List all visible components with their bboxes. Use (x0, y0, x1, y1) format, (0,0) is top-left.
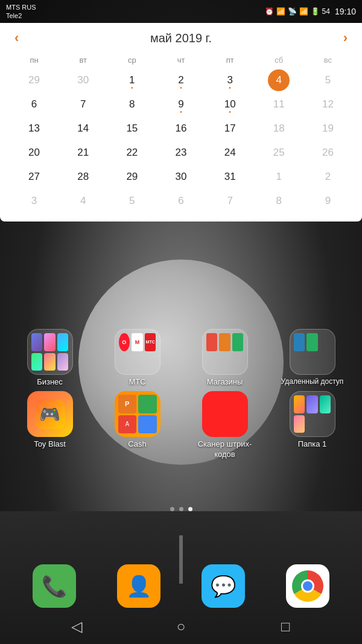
table-row[interactable]: 14 (59, 116, 107, 141)
table-row[interactable]: 12 (303, 92, 352, 116)
scanner-label: Сканер штрих-кодов (189, 439, 261, 460)
table-row[interactable]: 10 (206, 92, 255, 116)
biznes-mini-1 (31, 333, 43, 351)
table-row[interactable]: 23 (156, 141, 205, 165)
app-scanner[interactable]: Сканер штрих-кодов (189, 391, 261, 460)
table-row[interactable]: 30 (156, 165, 205, 189)
p1-mini-3 (320, 395, 331, 413)
cash-mini-1: P (118, 395, 137, 413)
table-row[interactable]: 7 (59, 92, 107, 116)
phone-icon: 📞 (42, 574, 67, 598)
mts-folder-icon: O М МТС (115, 329, 160, 375)
day-header-sat: сб (255, 53, 303, 68)
recent-button[interactable]: □ (273, 614, 297, 639)
calendar-next-button[interactable]: › (338, 29, 352, 47)
home-button[interactable]: ○ (169, 614, 193, 639)
table-row[interactable]: 18 (255, 116, 303, 141)
table-row[interactable]: 30 (59, 68, 107, 92)
table-row[interactable]: 8 (107, 92, 156, 116)
apps-row: 🎮 Toy Blast P A Cash (0, 391, 362, 460)
biznes-label: Бизнес (37, 377, 63, 386)
table-row[interactable]: 1 (107, 68, 156, 92)
day-header-fri: пт (206, 53, 255, 68)
dock-phone[interactable]: 📞 (33, 564, 76, 608)
table-row[interactable]: 20 (10, 141, 59, 165)
mts-mini-2: М (132, 333, 143, 351)
table-row[interactable]: 13 (10, 116, 59, 141)
table-row[interactable]: 22 (107, 141, 156, 165)
table-row[interactable]: 29 (10, 68, 59, 92)
mts-label: МТС (129, 377, 145, 386)
remote-folder-icon (290, 329, 335, 375)
shops-label: Магазины (207, 377, 243, 386)
signal1-icon: 📡 (288, 7, 297, 16)
table-row[interactable]: 6 (10, 92, 59, 116)
table-row[interactable]: 27 (10, 165, 59, 189)
biznes-mini-5 (44, 353, 56, 371)
shop-mini-2 (219, 333, 230, 351)
dot-2 (179, 507, 183, 511)
folder-biznes[interactable]: Бизнес (14, 329, 86, 386)
shop-mini-1 (206, 333, 218, 351)
papka1-folder-icon (290, 391, 335, 437)
dock-messages[interactable]: 💬 (202, 564, 245, 608)
table-row[interactable]: 8 (255, 189, 303, 213)
wifi-icon: 📶 (276, 7, 285, 16)
table-row[interactable]: 15 (107, 116, 156, 141)
table-row[interactable]: 7 (206, 189, 255, 213)
folder-mts[interactable]: O М МТС МТС (101, 329, 174, 386)
table-row[interactable]: 6 (156, 189, 205, 213)
folder-remote[interactable]: Удаленный доступ (276, 329, 349, 386)
table-row[interactable]: 4 (59, 189, 107, 213)
table-row[interactable]: 24 (206, 141, 255, 165)
table-row[interactable]: 29 (107, 165, 156, 189)
table-row[interactable]: 26 (303, 141, 352, 165)
calendar-prev-button[interactable]: ‹ (10, 29, 24, 47)
cash-icon: P A (115, 391, 160, 437)
calendar-header: ‹ май 2019 г. › (10, 29, 352, 47)
remote-label: Удаленный доступ (281, 377, 344, 386)
chrome-inner-circle (301, 579, 314, 593)
app-cash[interactable]: P A Cash (101, 391, 174, 460)
shop-mini-3 (232, 333, 244, 351)
chrome-icon (292, 570, 323, 602)
folder-shops[interactable]: Магазины (189, 329, 261, 386)
table-row[interactable]: 3 (10, 189, 59, 213)
app-section: Бизнес O М МТС МТС Магазины (0, 329, 362, 465)
time-display: 19:10 (335, 7, 356, 16)
table-row[interactable]: 19 (303, 116, 352, 141)
dot-3-active (188, 507, 192, 511)
cal-day-selected[interactable]: 4 (255, 68, 303, 92)
table-row[interactable]: 9 (156, 92, 205, 116)
table-row[interactable]: 31 (206, 165, 255, 189)
remote-mini-2 (306, 333, 318, 351)
table-row[interactable]: 9 (303, 189, 352, 213)
papka1-label: Папка 1 (298, 439, 327, 448)
dock-contacts[interactable]: 👤 (117, 564, 160, 608)
contacts-icon: 👤 (126, 574, 151, 598)
table-row[interactable]: 16 (156, 116, 205, 141)
folder-papka1[interactable]: Папка 1 (276, 391, 349, 460)
table-row[interactable]: 3 (206, 68, 255, 92)
table-row[interactable]: 28 (59, 165, 107, 189)
biznes-mini-3 (57, 333, 69, 351)
dock-chrome[interactable] (286, 564, 329, 608)
calendar-title: май 2019 г. (150, 31, 212, 45)
table-row[interactable]: 21 (59, 141, 107, 165)
day-header-mon: пн (10, 53, 59, 68)
table-row[interactable]: 5 (107, 189, 156, 213)
calendar-grid: пн вт ср чт пт сб вс 29 30 1 2 3 4 5 6 7… (10, 53, 352, 213)
table-row[interactable]: 17 (206, 116, 255, 141)
table-row[interactable]: 11 (255, 92, 303, 116)
back-button[interactable]: ◁ (65, 614, 89, 639)
dot-1 (170, 507, 174, 511)
app-toy-blast[interactable]: 🎮 Toy Blast (14, 391, 86, 460)
table-row[interactable]: 25 (255, 141, 303, 165)
table-row[interactable]: 2 (303, 165, 352, 189)
calendar: ‹ май 2019 г. › пн вт ср чт пт сб вс 29 … (0, 23, 362, 222)
table-row[interactable]: 2 (156, 68, 205, 92)
toy-blast-icon: 🎮 (27, 391, 73, 437)
table-row[interactable]: 1 (255, 165, 303, 189)
carrier1: MTS RUS (6, 3, 36, 11)
table-row[interactable]: 5 (303, 68, 352, 92)
